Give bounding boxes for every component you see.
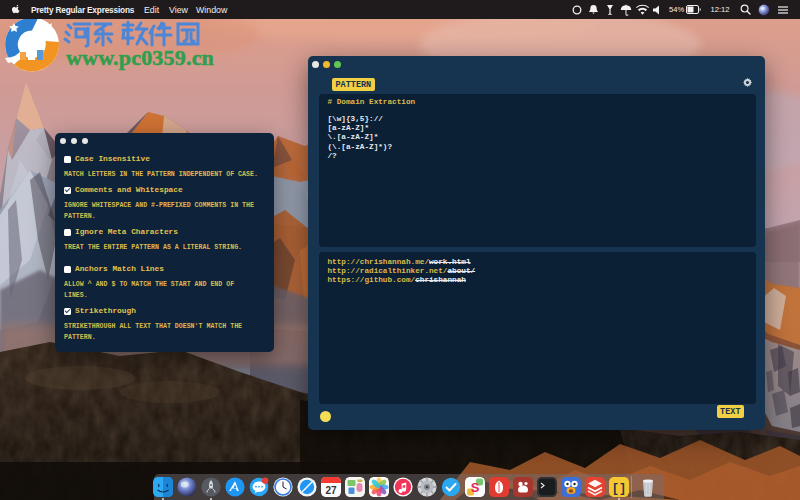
svg-text:S: S xyxy=(471,480,480,495)
svg-text:www.pc0359.cn: www.pc0359.cn xyxy=(66,45,214,70)
svg-text:27: 27 xyxy=(325,485,337,496)
svg-text:[]: [] xyxy=(612,482,626,496)
